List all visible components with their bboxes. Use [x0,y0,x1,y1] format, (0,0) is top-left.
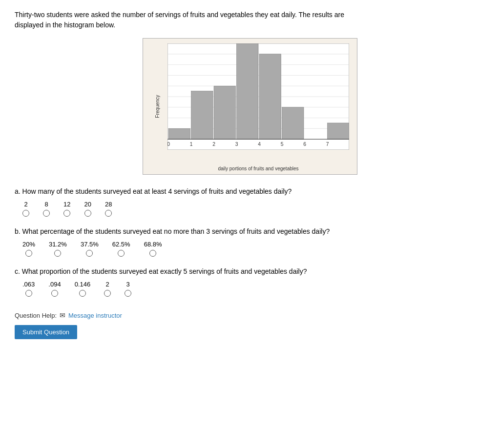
mail-icon: ✉ [60,311,65,319]
svg-text:3: 3 [235,142,238,147]
option-b-312: 31.2% [49,241,67,257]
svg-rect-20 [259,54,281,139]
svg-text:1: 1 [190,142,193,147]
option-c-063-radio[interactable] [25,290,32,297]
svg-text:2: 2 [212,142,215,147]
option-b-20-radio[interactable] [25,250,32,257]
x-axis-label: daily portions of fruits and vegetables [167,166,349,171]
option-a-28-radio[interactable] [105,210,112,217]
option-a-12-label: 12 [63,201,70,208]
option-c-094-label: .094 [48,281,61,288]
option-b-688-radio[interactable] [149,250,156,257]
option-a-28: 28 [105,201,112,217]
question-a-text: a. How many of the students surveyed eat… [15,186,485,197]
option-c-3: 3 [125,281,131,297]
svg-text:5: 5 [281,142,284,147]
option-c-3-radio[interactable] [125,290,131,297]
option-c-0146: 0.146 [75,281,91,297]
option-b-375-label: 37.5% [81,241,99,248]
question-help-label: Question Help: [15,312,57,319]
option-b-688-label: 68.8% [144,241,162,248]
question-c-text: c. What proportion of the students surve… [15,266,485,277]
option-a-20-radio[interactable] [84,210,91,217]
option-a-2-label: 2 [24,201,27,208]
option-b-625-radio[interactable] [118,250,125,257]
svg-rect-18 [214,86,235,139]
option-b-375-radio[interactable] [86,250,93,257]
option-b-312-radio[interactable] [54,250,61,257]
option-a-20: 20 [84,201,91,217]
option-c-0146-radio[interactable] [79,290,86,297]
option-a-28-label: 28 [105,201,112,208]
histogram-container: Frequency daily portions of fruits and v… [15,38,485,175]
message-instructor-link[interactable]: Message instructor [68,312,122,319]
question-a-options: 2 8 12 20 28 [22,201,485,217]
option-a-12: 12 [63,201,70,217]
y-axis-label: Frequency [155,95,160,118]
option-a-2: 2 [22,201,29,217]
svg-text:7: 7 [326,142,329,147]
option-c-2: 2 [104,281,111,297]
option-a-8-label: 8 [44,201,48,208]
option-a-2-radio[interactable] [22,210,29,217]
option-b-688: 68.8% [144,241,162,257]
option-a-20-label: 20 [84,201,91,208]
question-b-options: 20% 31.2% 37.5% 62.5% 68.8% [22,241,485,257]
svg-rect-19 [237,43,258,139]
option-b-312-label: 31.2% [49,241,67,248]
svg-text:6: 6 [303,142,306,147]
svg-text:0: 0 [167,142,170,147]
option-a-8-radio[interactable] [43,210,50,217]
option-c-094-radio[interactable] [51,290,58,297]
histogram-svg: 0 2 4 6 8 10 0 1 [167,43,349,150]
option-c-0146-label: 0.146 [75,281,91,288]
svg-rect-17 [191,91,213,140]
question-b-section: b. What percentage of the students surve… [15,226,485,257]
svg-rect-16 [168,128,190,139]
option-c-3-label: 3 [126,281,130,288]
svg-rect-22 [328,123,349,139]
option-b-625-label: 62.5% [112,241,130,248]
option-c-063-label: .063 [22,281,35,288]
option-c-2-label: 2 [106,281,109,288]
option-c-094: .094 [48,281,61,297]
option-c-063: .063 [22,281,35,297]
intro-text: Thirty-two students were asked the numbe… [15,10,356,30]
question-b-text: b. What percentage of the students surve… [15,226,485,237]
chart-wrapper: Frequency daily portions of fruits and v… [143,38,357,175]
svg-rect-21 [282,107,304,139]
option-b-20: 20% [22,241,35,257]
question-c-options: .063 .094 0.146 2 3 [22,281,485,297]
question-c-section: c. What proportion of the students surve… [15,266,485,297]
question-a-section: a. How many of the students surveyed eat… [15,186,485,217]
option-b-625: 62.5% [112,241,130,257]
option-a-8: 8 [43,201,50,217]
option-a-12-radio[interactable] [63,210,70,217]
svg-text:4: 4 [258,142,261,147]
option-b-375: 37.5% [81,241,99,257]
option-b-20-label: 20% [22,241,35,248]
option-c-2-radio[interactable] [104,290,111,297]
question-help: Question Help: ✉ Message instructor [15,311,485,319]
submit-button[interactable]: Submit Question [15,325,77,339]
